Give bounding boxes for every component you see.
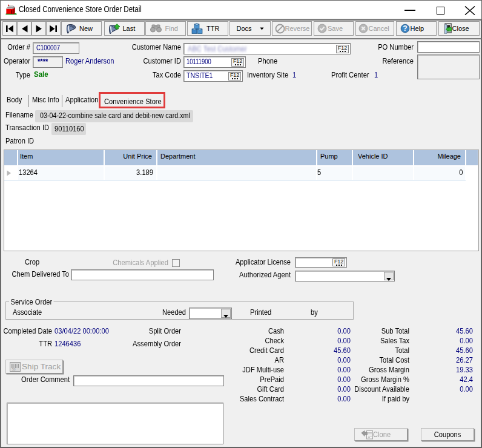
svg-text:?: ? (403, 24, 407, 33)
svg-text:50: 50 (12, 367, 16, 371)
